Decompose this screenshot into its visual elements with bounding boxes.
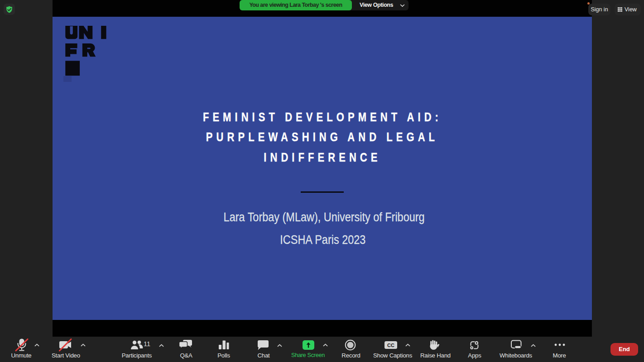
svg-text:CC: CC (387, 343, 394, 348)
